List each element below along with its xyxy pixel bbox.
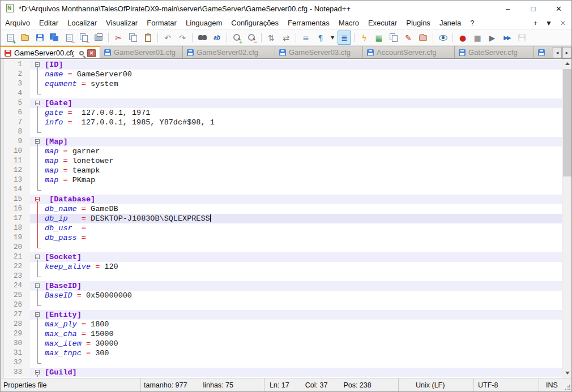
editor-line[interactable]: 1[ID] — [1, 60, 562, 70]
editor-line[interactable]: 33[Guild] — [1, 368, 562, 377]
menu-item-macro[interactable]: Macro — [334, 18, 364, 28]
scroll-up-arrow[interactable] — [562, 59, 571, 68]
editor-line[interactable]: 9[Map] — [1, 137, 562, 147]
copy-button[interactable] — [126, 31, 140, 45]
maximize-button[interactable]: □ — [520, 1, 546, 16]
show-all-characters-dropdown[interactable]: ▼ — [328, 31, 336, 45]
editor-line[interactable]: 13map = PKmap — [1, 175, 562, 185]
macro-save-button[interactable] — [515, 31, 528, 45]
editor-line[interactable]: 8 — [1, 127, 562, 137]
show-indent-guide-button[interactable]: ≣ — [338, 31, 351, 45]
editor-line[interactable]: 19db_pass = — [1, 233, 562, 243]
zoom-out-button[interactable]: − — [245, 31, 258, 45]
replace-button[interactable]: ab — [210, 31, 224, 45]
tab-gateservercfg[interactable]: GateServer.cfg — [455, 46, 534, 58]
text-editing-surface[interactable]: 1[ID]2name = GameServer003equment = syst… — [1, 59, 562, 378]
tab-accountservercfg[interactable]: AccountServer.cfg — [363, 46, 455, 58]
new-file-button[interactable]: + — [3, 31, 17, 45]
undo-button[interactable]: ↶ — [161, 31, 174, 45]
redo-button[interactable]: ↷ — [176, 31, 189, 45]
minimize-button[interactable]: – — [495, 1, 520, 16]
editor-line[interactable]: 2name = GameServer00 — [1, 70, 562, 79]
sync-horizontal-scroll-button[interactable]: ⇄ — [279, 31, 293, 45]
editor-line[interactable]: 25BaseID = 0x50000000 — [1, 291, 562, 300]
fold-toggle-icon[interactable] — [30, 310, 45, 320]
editor-line[interactable]: 3equment = system — [1, 79, 562, 89]
fold-toggle-icon[interactable] — [30, 137, 45, 147]
resize-grip[interactable] — [565, 385, 570, 390]
editor-line[interactable]: 30max_item = 30000 — [1, 339, 562, 348]
editor-line[interactable]: 20 — [1, 243, 562, 252]
show-all-characters-button[interactable]: ¶ — [314, 31, 327, 45]
function-list-button[interactable] — [387, 31, 400, 45]
word-wrap-button[interactable]: ≡ — [299, 31, 313, 45]
editor-line[interactable]: 7info = 127.0.0.1, 1985, Y87dc#$98, 1 — [1, 118, 562, 127]
print-button[interactable] — [92, 31, 105, 45]
editor-line[interactable]: 22keep_alive = 120 — [1, 262, 562, 272]
find-button[interactable] — [195, 31, 209, 45]
sync-vertical-scroll-button[interactable]: ⇅ — [264, 31, 278, 45]
document-list-button[interactable]: ✎ — [402, 31, 415, 45]
fold-toggle-icon[interactable] — [30, 98, 45, 108]
tab-list-button[interactable]: ▼ — [545, 19, 552, 27]
editor-line[interactable]: 18db_usr = — [1, 223, 562, 233]
menu-item-linguagem[interactable]: Linguagem — [181, 18, 227, 28]
fold-toggle-icon[interactable] — [30, 252, 45, 262]
folder-as-workspace-button[interactable] — [416, 31, 430, 45]
paste-button[interactable] — [141, 31, 155, 45]
menu-item-editar[interactable]: Editar — [35, 18, 63, 28]
scrollbar-thumb[interactable] — [563, 69, 571, 176]
menu-item-arquivo[interactable]: Arquivo — [1, 18, 35, 28]
menu-item-configuraes[interactable]: Configurações — [227, 18, 283, 28]
editor-line[interactable]: 17db_ip = DESKTOP-J1083OB\SQLEXPRESS — [1, 214, 562, 223]
close-file-button[interactable]: − — [62, 31, 76, 45]
close-window-button[interactable]: ✕ — [546, 1, 571, 16]
editor-line[interactable]: 4 — [1, 89, 562, 98]
editor-line[interactable]: 28max_ply = 1800 — [1, 320, 562, 329]
editor-line[interactable]: 16db_name = GameDB — [1, 204, 562, 214]
tab-gameserver01cfg[interactable]: GameServer01.cfg — [100, 46, 183, 58]
editor-line[interactable]: 21[Socket] — [1, 252, 562, 262]
menu-item-?[interactable]: ? — [466, 18, 479, 28]
editor-line[interactable]: 24[BaseID] — [1, 281, 562, 291]
menu-item-ferramentas[interactable]: Ferramentas — [283, 18, 334, 28]
menu-item-localizar[interactable]: Localizar — [63, 18, 101, 28]
editor-line[interactable]: 14 — [1, 185, 562, 195]
tab-gameserver02cfg[interactable]: GameServer02.cfg — [183, 46, 275, 58]
editor-line[interactable]: 29max_cha = 15000 — [1, 329, 562, 339]
menu-item-visualizar[interactable]: Visualizar — [101, 18, 142, 28]
editor-line[interactable]: 31max_tnpc = 300 — [1, 348, 562, 358]
close-tab-icon[interactable]: ✕ — [87, 49, 96, 57]
fold-toggle-icon[interactable] — [30, 281, 45, 291]
cut-button[interactable]: ✂ — [112, 31, 125, 45]
fold-toggle-icon[interactable] — [30, 60, 45, 70]
user-defined-dialog-button[interactable]: ϟ — [357, 31, 371, 45]
tab-g[interactable]: G — [534, 46, 552, 58]
vertical-scrollbar[interactable] — [562, 59, 571, 378]
editor-line[interactable]: 15 [Database] — [1, 195, 562, 204]
save-all-button[interactable] — [48, 31, 61, 45]
close-all-button[interactable]: − — [77, 31, 91, 45]
editor-line[interactable]: 27[Entity] — [1, 310, 562, 320]
editor-line[interactable]: 23 — [1, 272, 562, 281]
tab-scroll-left-button[interactable]: ◂ — [553, 47, 562, 58]
macro-record-button[interactable]: ● — [456, 31, 469, 45]
fold-toggle-icon[interactable] — [30, 195, 45, 204]
close-tab-button[interactable]: ✕ — [560, 19, 566, 27]
zoom-in-button[interactable]: + — [230, 31, 244, 45]
macro-run-multiple-button[interactable]: ▶▶ — [500, 31, 514, 45]
menu-item-executar[interactable]: Executar — [364, 18, 402, 28]
tab-gameserver00cfg[interactable]: GameServer00.cfg✕ — [1, 46, 100, 58]
save-button[interactable] — [33, 31, 46, 45]
editor-line[interactable]: 10map = garner — [1, 147, 562, 156]
document-map-button[interactable]: ▦ — [372, 31, 386, 45]
editor-line[interactable]: 12map = teampk — [1, 166, 562, 175]
editor-line[interactable]: 11map = lonetower — [1, 156, 562, 166]
insert-mode-indicator[interactable]: INS — [546, 381, 558, 389]
menu-item-plugins[interactable]: Plugins — [402, 18, 435, 28]
macro-stop-button[interactable]: ■ — [471, 31, 484, 45]
tab-gameserver03cfg[interactable]: GameServer03.cfg — [275, 46, 363, 58]
editor-line[interactable]: 5[Gate] — [1, 98, 562, 108]
menu-item-formatar[interactable]: Formatar — [142, 18, 181, 28]
pin-tab-icon[interactable] — [79, 51, 84, 55]
